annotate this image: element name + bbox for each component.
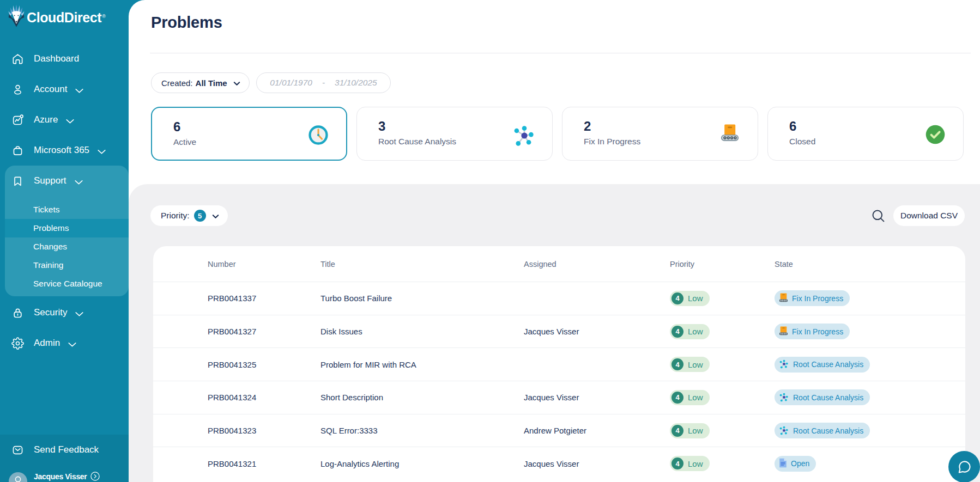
- hedgehog-logo-icon: [8, 4, 25, 27]
- sidebar-item-label: Admin: [34, 338, 60, 349]
- date-to: 31/10/2025: [335, 78, 377, 88]
- sidebar-item-tickets[interactable]: Tickets: [5, 200, 129, 219]
- sidebar-item-training[interactable]: Training: [5, 256, 129, 274]
- state-text: Fix In Progress: [792, 327, 843, 336]
- brand-name: CloudDirect®: [27, 10, 106, 26]
- priority-count-badge: 5: [194, 210, 206, 222]
- state-text: Fix In Progress: [792, 294, 843, 303]
- conveyor-icon: [717, 122, 742, 147]
- priority-number: 4: [672, 457, 683, 469]
- cell-title: SQL Error:3333: [320, 414, 378, 447]
- stat-card-root-cause-analysis[interactable]: 3 Root Cause Analysis: [356, 107, 553, 161]
- stat-label: Root Cause Analysis: [378, 137, 456, 147]
- stat-count: 6: [789, 119, 796, 134]
- table-body: PRB0041337 Turbo Boost Failure 4 Low Fix…: [153, 282, 965, 480]
- cell-state: Fix In Progress: [775, 315, 850, 348]
- stat-count: 6: [173, 119, 180, 135]
- priority-number: 4: [672, 292, 683, 304]
- priority-text: Low: [688, 393, 703, 402]
- sidebar-item-dashboard[interactable]: Dashboard: [0, 47, 129, 71]
- stat-card-closed[interactable]: 6 Closed: [767, 107, 964, 161]
- state-icon-slot: [779, 326, 792, 338]
- sidebar-item-microsoft365[interactable]: Microsoft 365: [0, 138, 129, 162]
- date-separator: -: [322, 78, 325, 88]
- send-feedback-label: Send Feedback: [34, 444, 99, 455]
- created-filter-dropdown[interactable]: Created: All Time: [151, 72, 250, 93]
- state-icon-slot: [779, 392, 793, 404]
- cell-number: PRB0041321: [208, 447, 256, 480]
- priority-badge: 4 Low: [670, 357, 710, 372]
- chevron-right-circle-icon[interactable]: [90, 472, 100, 481]
- created-filter-value: All Time: [196, 78, 227, 88]
- cell-state: Root Cause Analysis: [775, 348, 870, 381]
- sidebar-item-account[interactable]: Account: [0, 77, 129, 101]
- conveyor-icon: [779, 326, 788, 336]
- column-header-number[interactable]: Number: [208, 246, 236, 282]
- search-icon[interactable]: [871, 209, 886, 223]
- gear-icon: [11, 337, 24, 350]
- cell-state: Root Cause Analysis: [775, 381, 870, 414]
- cell-title: Log-Analytics Alerting: [320, 447, 399, 480]
- chevron-down-icon: [68, 340, 77, 349]
- created-filter-label: Created:: [161, 78, 193, 88]
- chevron-down-icon: [233, 80, 241, 88]
- state-badge: Root Cause Analysis: [775, 423, 870, 438]
- network-icon: [779, 392, 789, 402]
- main-content: Problems Created: All Time 01/01/1970 - …: [129, 0, 980, 482]
- priority-text: Low: [688, 327, 703, 336]
- network-icon: [512, 122, 537, 147]
- cell-number: PRB0041324: [208, 381, 256, 414]
- cell-priority: 4 Low: [670, 414, 710, 447]
- column-header-assigned[interactable]: Assigned: [524, 246, 556, 282]
- brand-logo[interactable]: CloudDirect®: [8, 3, 106, 27]
- priority-number: 4: [672, 358, 683, 370]
- column-header-priority[interactable]: Priority: [670, 246, 694, 282]
- table-row[interactable]: PRB0041327 Disk Issues Jacques Visser 4 …: [153, 315, 965, 348]
- stat-label: Fix In Progress: [584, 137, 640, 147]
- chat-button[interactable]: [948, 451, 980, 482]
- priority-text: Low: [688, 360, 703, 369]
- download-csv-button[interactable]: Download CSV: [893, 205, 965, 226]
- cell-assigned: Jacques Visser: [524, 447, 579, 480]
- state-icon-slot: [779, 358, 793, 370]
- lock-icon: [11, 307, 24, 319]
- sidebar-item-security[interactable]: Security: [0, 301, 129, 325]
- sidebar-item-label: Dashboard: [34, 53, 79, 64]
- state-icon-slot: [779, 292, 792, 304]
- priority-number: 4: [672, 425, 683, 437]
- network-icon: [779, 425, 789, 435]
- chart-icon: [11, 114, 24, 126]
- sidebar-item-changes[interactable]: Changes: [5, 237, 129, 256]
- priority-badge: 4 Low: [670, 324, 710, 339]
- sidebar-item-support[interactable]: Support: [0, 169, 129, 193]
- table-row[interactable]: PRB0041323 SQL Error:3333 Andrew Potgiet…: [153, 414, 965, 447]
- column-header-state[interactable]: State: [775, 246, 793, 282]
- stat-card-fix-in-progress[interactable]: 2 Fix In Progress: [562, 107, 758, 161]
- table-row[interactable]: PRB0041325 Problem for MIR with RCA 4 Lo…: [153, 347, 965, 381]
- home-icon: [11, 53, 24, 65]
- user-name[interactable]: Jacques Visser: [34, 472, 87, 481]
- send-feedback-button[interactable]: Send Feedback: [0, 438, 129, 462]
- sidebar-item-service-catalogue[interactable]: Service Catalogue: [5, 274, 129, 293]
- cell-title: Short Description: [320, 381, 383, 414]
- table-header: Number Title Assigned Priority State: [153, 246, 965, 282]
- check-circle-icon: [923, 122, 948, 147]
- table-row[interactable]: PRB0041337 Turbo Boost Failure 4 Low Fix…: [153, 282, 965, 315]
- cell-assigned: Jacques Visser: [524, 381, 579, 414]
- table-row[interactable]: PRB0041321 Log-Analytics Alerting Jacque…: [153, 447, 965, 480]
- sidebar-item-azure[interactable]: Azure: [0, 108, 129, 132]
- priority-badge: 4 Low: [670, 390, 710, 405]
- priority-filter-dropdown[interactable]: Priority: 5: [150, 205, 228, 226]
- cell-priority: 4 Low: [670, 348, 710, 381]
- state-badge: Root Cause Analysis: [775, 357, 870, 373]
- cell-title: Turbo Boost Failure: [320, 282, 392, 315]
- date-range-input[interactable]: 01/01/1970 - 31/10/2025: [256, 72, 391, 93]
- chevron-down-icon: [74, 178, 83, 187]
- sidebar-item-problems[interactable]: Problems: [5, 219, 129, 237]
- cell-assigned: Jacques Visser: [524, 315, 579, 348]
- column-header-title[interactable]: Title: [320, 246, 335, 282]
- stat-card-active[interactable]: 6 Active: [151, 107, 347, 161]
- table-row[interactable]: PRB0041324 Short Description Jacques Vis…: [153, 381, 965, 414]
- chat-bubble-icon: [956, 459, 973, 475]
- sidebar-item-admin[interactable]: Admin: [0, 331, 129, 355]
